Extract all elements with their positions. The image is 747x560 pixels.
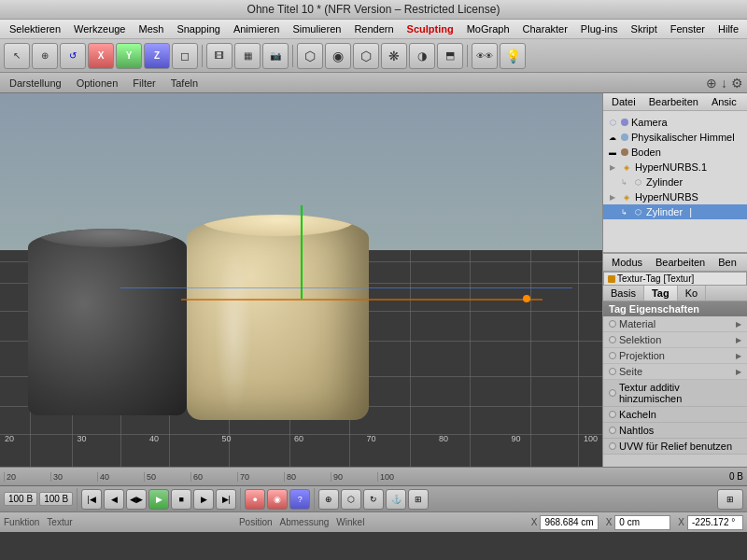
btn-prev-frame[interactable]: ◀ [104,489,124,510]
btn-play[interactable]: ▶ [148,489,169,510]
position-label: Position [239,517,273,527]
btn-scale-tool[interactable]: ⬡ [341,489,361,510]
toolbar-rotate-left[interactable]: ↺ [60,43,86,69]
himmel-color [621,133,628,141]
btn-stop[interactable]: ■ [171,489,191,510]
viewport-controls[interactable]: ⊕ ↓ ⚙ [706,76,743,91]
toolbar-camera[interactable]: 📷 [262,43,289,69]
menu-werkzeuge[interactable]: Werkzeuge [68,21,131,36]
tab-tag[interactable]: Tag [644,286,678,301]
tnum-70: 70 [237,472,284,482]
tree-item-kamera[interactable]: ⬡ Kamera [603,115,747,130]
menu-selektieren[interactable]: Selektieren [4,21,66,36]
viewport-scale-numbers: 20 30 40 50 60 70 80 90 100 [0,434,602,443]
prop-material-row[interactable]: Material ▶ [603,316,747,332]
menu-mograph[interactable]: MoGraph [461,21,515,36]
tree-item-boden[interactable]: ▬ Boden [603,145,747,160]
toolbar2-darstellung[interactable]: Darstellung [4,77,67,90]
toolbar-light[interactable]: 💡 [500,43,526,69]
prop-projektion-row[interactable]: Projektion ▶ [603,348,747,364]
prop-seite-row[interactable]: Seite ▶ [603,364,747,380]
textur-label: Textur [47,517,72,527]
toolbar-x[interactable]: X [88,43,114,69]
sep2 [292,45,293,67]
x-abm-label: X [606,517,613,527]
tree-item-zylinder1[interactable]: ↳ ⬡ Zylinder [603,175,747,189]
toolbar-film2[interactable]: ▦ [234,43,261,69]
tree-item-hypernurbs[interactable]: ▶ ◈ HyperNURBS [603,189,747,204]
prop-kacheln-row[interactable]: Kacheln [603,407,747,423]
timeline-numbers: 20 30 40 50 60 70 80 90 100 [4,472,726,482]
tree-item-hypernurbs1[interactable]: ▶ ◈ HyperNURBS.1 [603,160,747,175]
tree-menu-bearbeiten[interactable]: Bearbeiten [644,95,703,108]
toolbar-z[interactable]: Z [144,43,170,69]
num-30: 30 [77,434,86,443]
toolbar2-filter[interactable]: Filter [127,77,161,90]
kamera-label: Kamera [631,117,668,128]
icon-down-arrow: ↓ [721,76,727,91]
btn-go-start[interactable]: |◀ [81,489,102,510]
toolbar-shape5[interactable]: ◑ [409,43,435,69]
btn-lock[interactable]: ⚓ [386,489,406,510]
toolbar-select1[interactable]: ↖ [4,43,30,69]
menu-fenster[interactable]: Fenster [665,21,711,36]
sky-icon: ☁ [607,132,618,143]
prop-selektion-row[interactable]: Selektion ▶ [603,332,747,348]
btn-grid[interactable]: ⊞ [717,489,743,510]
tnum-50: 50 [144,472,190,482]
prop-uwv-row[interactable]: UVW für Relief benutzen [603,439,747,455]
btn-play-back[interactable]: ◀▶ [126,489,147,510]
tree-item-himmel[interactable]: ☁ Physikalischer Himmel [603,130,747,145]
prop-nahtlos-row[interactable]: Nahtlos [603,423,747,439]
toolbar-film[interactable]: 🎞 [206,43,233,69]
object-tree-header: Datei Bearbeiten Ansic [603,93,747,111]
btn-next-frame[interactable]: ▶ [193,489,214,510]
tree-menu-ansic[interactable]: Ansic [707,95,741,108]
zylinder1-label: Zylinder [646,176,683,188]
menu-plugins[interactable]: Plug-ins [575,21,624,36]
x-pos-label: X [531,517,538,527]
toolbar-sphere[interactable]: ◉ [325,43,351,69]
toolbar2-tafeln[interactable]: Tafeln [165,77,204,90]
menu-hilfe[interactable]: Hilfe [712,21,744,36]
toolbar-world[interactable]: ◻ [172,43,198,69]
prop-menu-modus[interactable]: Modus [607,256,647,269]
toolbar-cube[interactable]: ⬡ [353,43,379,69]
toolbar-eyes[interactable]: 👁👁 [472,43,498,69]
btn-move-tool[interactable]: ⊕ [318,489,339,510]
viewport-3d[interactable]: 20 30 40 50 60 70 80 90 100 [0,93,602,467]
prop-selektion-dot [609,336,616,343]
prop-additiv-row[interactable]: Textur additiv hinzumischen [603,380,747,407]
btn-record2[interactable]: ◉ [267,489,288,510]
menu-sculpting[interactable]: Sculpting [402,21,459,36]
menu-rendern[interactable]: Rendern [348,21,399,36]
menu-skript[interactable]: Skript [626,21,663,36]
toolbar-shape4[interactable]: ❋ [381,43,407,69]
toolbar2-optionen[interactable]: Optionen [71,77,124,90]
toolbar-y[interactable]: Y [116,43,142,69]
x-winkel-value[interactable]: -225.172 ° [687,515,743,530]
prop-menu-ben[interactable]: Ben [713,256,741,269]
toolbar-select2[interactable]: ⊕ [32,43,58,69]
prop-menu-bearbeiten[interactable]: Bearbeiten [651,256,710,269]
btn-go-end[interactable]: ▶| [216,489,236,510]
menu-animieren[interactable]: Animieren [228,21,286,36]
toolbar-shape6[interactable]: ⬒ [437,43,463,69]
tab-ko[interactable]: Ko [678,286,706,301]
btn-record-start[interactable]: ● [245,489,265,510]
menu-mesh[interactable]: Mesh [133,21,169,36]
toolbar-move[interactable]: ⬡ [297,43,323,69]
property-tabs: Basis Tag Ko [603,286,747,301]
tab-basis[interactable]: Basis [603,286,644,301]
btn-help[interactable]: ? [289,489,310,510]
prop-material-label: Material [619,318,733,329]
btn-rotate-tool[interactable]: ↻ [363,489,384,510]
tree-item-zylinder2[interactable]: ↳ ⬡ Zylinder | [603,204,747,219]
x-pos-value[interactable]: 968.684 cm [540,515,598,530]
x-abm-value[interactable]: 0 cm [614,515,670,530]
tree-menu-datei[interactable]: Datei [607,95,641,108]
menu-simulieren[interactable]: Simulieren [287,21,346,36]
menu-charakter[interactable]: Charakter [517,21,573,36]
btn-options[interactable]: ⊞ [408,489,429,510]
menu-snapping[interactable]: Snapping [171,21,226,36]
